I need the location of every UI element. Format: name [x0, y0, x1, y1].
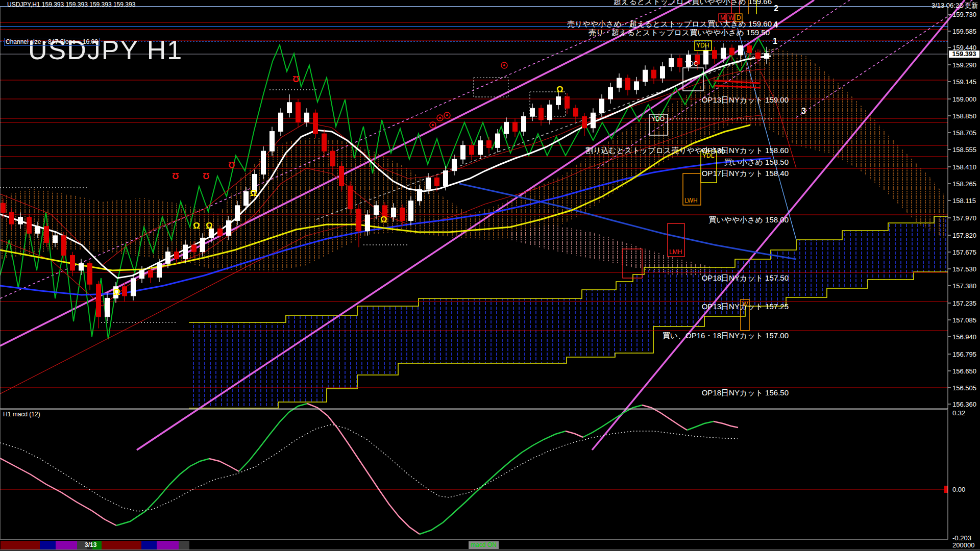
price-tick-label: 157.820: [952, 232, 976, 239]
timeline-segment[interactable]: [157, 541, 179, 549]
candle-bear: [730, 48, 734, 55]
price-tick-label: 157.085: [952, 317, 976, 323]
wave-count-number: 1: [773, 37, 777, 45]
candle-bull: [140, 270, 144, 279]
date-chip: 3/13: [85, 541, 96, 548]
macd-toggle-button[interactable]: macd ON: [469, 541, 499, 549]
timeline-segment[interactable]: [1, 541, 40, 549]
u-symbol: Ʊ: [228, 160, 235, 170]
candle-bear: [1, 203, 6, 212]
candle-bull: [617, 78, 622, 87]
price-tick-label: 157.235: [952, 300, 976, 307]
price-tick-label: 156.505: [952, 385, 976, 391]
macd-main-line: [687, 421, 714, 430]
update-timestamp: 3/13 06:22 更新: [932, 1, 978, 10]
omega-symbol: Ω: [250, 188, 257, 198]
macd-main-line: [307, 404, 420, 534]
circle-marker-dot: [439, 117, 441, 119]
macd-tick-label: -0.203: [952, 535, 971, 541]
macd-tick-label: 0.00: [952, 486, 965, 493]
level-box-label: YDH: [696, 42, 709, 48]
macd-main-line: [209, 459, 239, 471]
candle-bear: [756, 53, 761, 58]
timeline-segment[interactable]: [40, 541, 56, 549]
candle-bear: [296, 103, 301, 122]
wave-count-number: 3: [801, 107, 806, 115]
circle-marker-dot: [503, 64, 505, 66]
candle-bear: [70, 255, 75, 270]
candle-bear: [470, 145, 474, 155]
candle-bear: [652, 70, 656, 78]
candle-bull: [105, 298, 110, 316]
price-tick-label: 158.410: [952, 164, 976, 170]
current-price-tag: 159.393: [949, 51, 979, 58]
candle-bull: [279, 113, 283, 131]
candle-bear: [565, 96, 570, 108]
price-tick-label: 158.555: [952, 146, 976, 153]
price-tick-label: 159.440: [952, 44, 976, 51]
candle-bull: [739, 46, 743, 55]
candle-bull: [131, 279, 136, 296]
candle-bull: [600, 99, 604, 113]
candle-bear: [678, 59, 682, 67]
candle-bull: [244, 192, 249, 206]
candle-bull: [270, 132, 275, 152]
candle-bull: [287, 103, 292, 113]
ichimoku-clouds: [0, 48, 948, 408]
candle-bear: [400, 208, 405, 220]
trade-note-label: 買い小さめ 158.50: [724, 158, 789, 166]
candle-bull: [444, 171, 448, 186]
candle-bear: [27, 217, 32, 234]
chart-canvas[interactable]: ΩΩΩΩΩΩƱƱƱƱ: [0, 0, 980, 551]
wave-count-number: 4: [773, 21, 778, 29]
price-tick-label: 158.115: [952, 197, 976, 204]
candle-bear: [713, 51, 717, 59]
period-marker-label: M: [720, 15, 725, 21]
timeline-segment[interactable]: [179, 541, 189, 549]
candle-bear: [582, 116, 587, 128]
candle-bull: [261, 151, 266, 174]
macd-tick-label: 200000: [952, 542, 974, 548]
level-box-label: LMH: [669, 249, 682, 255]
macd-zero-tag: [944, 486, 948, 493]
period-marker-label: W: [728, 15, 734, 21]
candle-bull: [669, 59, 674, 67]
u-symbol: Ʊ: [172, 171, 179, 181]
candle-bull: [426, 178, 431, 189]
price-tick-label: 158.705: [952, 130, 976, 136]
trade-note-label: OP18日NYカット 156.50: [702, 389, 789, 396]
candle-bear: [435, 178, 439, 186]
period-marker-label: D: [737, 15, 741, 21]
price-tick-label: 156.940: [952, 334, 976, 340]
candle-bear: [513, 122, 518, 131]
trade-note-label: 買い、OP16・18日NYカット 157.00: [663, 332, 789, 339]
candle-bull: [374, 206, 379, 215]
candle-bull: [409, 201, 413, 221]
timeline-segment[interactable]: [56, 541, 77, 549]
candle-bear: [313, 113, 318, 134]
candle-bull: [530, 108, 535, 116]
candle-bull: [704, 51, 708, 64]
candle-bull: [548, 105, 552, 120]
candle-bull: [305, 113, 309, 122]
candle-bull: [591, 113, 596, 128]
level-box-label: YDL: [702, 153, 714, 159]
candle-bear: [192, 245, 197, 252]
price-tick-label: 159.000: [952, 96, 976, 103]
trade-note-label: OP18日NYカット 157.50: [702, 274, 789, 282]
candle-bull: [496, 134, 500, 147]
macd-chart-border: [0, 410, 948, 539]
timeline-segment[interactable]: [102, 541, 141, 549]
candle-bull: [79, 263, 84, 270]
candle-bear: [218, 229, 223, 236]
trade-note-label: 超えるとストップロス買いやや小さめ 159.66: [614, 0, 772, 5]
candle-bull: [36, 227, 40, 234]
candle-bull: [721, 48, 726, 58]
timeline-segment[interactable]: [141, 541, 157, 549]
level-box-label: YDO: [651, 116, 665, 122]
macd-tick-label: 0.32: [952, 410, 965, 416]
level-box-label: LWH: [684, 197, 698, 204]
candle-bear: [62, 236, 66, 256]
price-tick-label: 159.145: [952, 79, 976, 85]
candle-bull: [166, 252, 170, 264]
